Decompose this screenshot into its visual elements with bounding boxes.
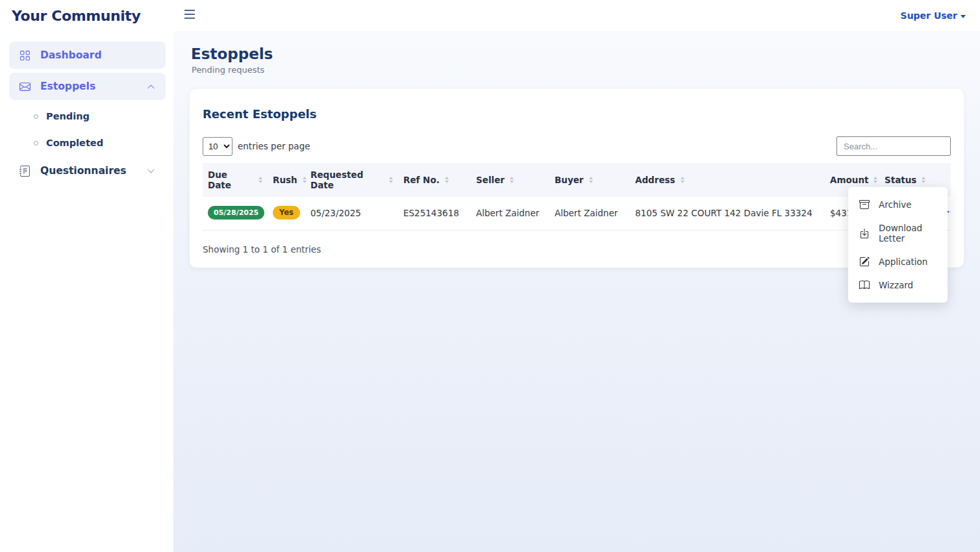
table-header-row: Due Date Rush Requested Date Ref No. Sel… [203, 163, 951, 197]
chevron-down-icon [147, 167, 155, 175]
envelope-icon [19, 81, 31, 92]
menu-item-label: Wizzard [879, 280, 913, 290]
column-header-seller[interactable]: Seller [471, 163, 549, 197]
search-input[interactable] [836, 136, 951, 156]
sort-icon [589, 177, 593, 183]
sort-icon [922, 177, 925, 183]
sort-icon [510, 177, 514, 183]
chevron-up-icon [147, 82, 155, 91]
entries-per-page-select[interactable]: 10 [203, 137, 232, 156]
menu-item-label: Download Letter [879, 223, 936, 244]
sidebar: Dashboard Estoppels Pending Completed Qu… [0, 31, 173, 552]
menu-item-wizzard[interactable]: Wizzard [848, 273, 948, 297]
menu-item-application[interactable]: Application [848, 250, 948, 273]
sort-icon [873, 177, 877, 183]
menu-item-label: Application [879, 257, 927, 267]
pencil-square-icon [859, 257, 870, 267]
book-icon [859, 280, 870, 290]
sidebar-item-dashboard[interactable]: Dashboard [9, 42, 166, 69]
top-navbar: Your Community Super User [0, 0, 980, 31]
grid-icon [19, 50, 31, 61]
bullet-circle-icon [34, 141, 38, 145]
page-subtitle: Pending requests [192, 65, 964, 75]
column-header-ref-no[interactable]: Ref No. [398, 163, 471, 197]
buyer-cell: Albert Zaidner [549, 197, 630, 231]
sort-icon [258, 177, 262, 183]
table-footer-summary: Showing 1 to 1 of 1 entries [203, 244, 951, 255]
column-header-address[interactable]: Address [630, 163, 825, 197]
column-header-due-date[interactable]: Due Date [203, 163, 268, 197]
caret-down-icon [961, 15, 966, 18]
column-header-rush[interactable]: Rush [268, 163, 305, 197]
hamburger-icon [182, 6, 197, 25]
sort-icon [389, 177, 393, 183]
brand-logo[interactable]: Your Community [0, 8, 173, 24]
estoppels-table: Due Date Rush Requested Date Ref No. Sel… [203, 163, 951, 231]
menu-item-archive[interactable]: Archive [848, 193, 948, 216]
address-cell: 8105 SW 22 COURT 142 Davie FL 33324 [630, 197, 825, 231]
table-controls: 10 entries per page [203, 136, 951, 163]
entries-per-page-label: entries per page [238, 141, 310, 151]
archive-icon [859, 199, 870, 210]
due-date-badge: 05/28/2025 [208, 206, 264, 220]
column-header-buyer[interactable]: Buyer [549, 163, 630, 197]
row-actions-menu: Archive Download Letter Application Wizz… [848, 187, 948, 303]
sidebar-item-completed[interactable]: Completed [0, 131, 173, 155]
ref-no-cell: ES25143618 [398, 197, 471, 231]
download-icon [859, 228, 870, 238]
column-header-requested-date[interactable]: Requested Date [305, 163, 398, 197]
menu-item-label: Archive [879, 199, 912, 210]
sidebar-item-estoppels[interactable]: Estoppels [9, 73, 166, 100]
sidebar-item-label: Estoppels [40, 81, 95, 92]
sidebar-subitem-label: Completed [46, 138, 103, 148]
user-menu[interactable]: Super User [901, 10, 966, 21]
seller-cell: Albert Zaidner [471, 197, 549, 231]
sidebar-item-label: Dashboard [40, 49, 102, 61]
requested-date-cell: 05/23/2025 [305, 197, 398, 231]
sidebar-item-label: Questionnaires [40, 165, 127, 177]
sort-icon [445, 177, 449, 183]
journal-icon [19, 166, 31, 177]
page-title: Estoppels [191, 45, 964, 62]
hamburger-menu-button[interactable] [182, 6, 197, 25]
sort-icon [303, 177, 307, 183]
rush-badge: Yes [273, 206, 300, 220]
card-title: Recent Estoppels [203, 107, 951, 121]
sidebar-subitem-label: Pending [46, 111, 90, 121]
table-row: 05/28/2025 Yes 05/23/2025 ES25143618 Alb… [203, 197, 951, 231]
sidebar-item-pending[interactable]: Pending [0, 104, 173, 129]
sort-icon [681, 177, 685, 183]
sidebar-item-questionnaires[interactable]: Questionnaires [9, 157, 166, 184]
menu-item-download-letter[interactable]: Download Letter [848, 216, 948, 250]
user-menu-label: Super User [901, 10, 957, 21]
bullet-circle-icon [34, 114, 38, 119]
